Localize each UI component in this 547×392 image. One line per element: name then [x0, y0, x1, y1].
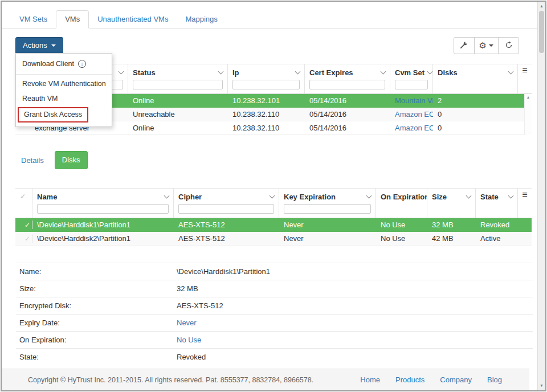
cvm-set-link[interactable]: Mountain View	[395, 96, 433, 105]
page-footer: Copyright © HyTrust Inc. 2011-2015. All …	[2, 369, 529, 390]
menu-item-download-client[interactable]: Download Client ↓	[16, 55, 112, 72]
hamburger-icon: ≡	[522, 190, 527, 200]
on-expiration-link[interactable]: No Use	[177, 336, 201, 344]
disk-on-expiration-cell: No Use	[376, 234, 427, 243]
tab-unauthenticated-vms[interactable]: Unauthenticated VMs	[89, 11, 177, 28]
column-label: Name	[37, 193, 57, 201]
vm-column-disks[interactable]: Disks	[433, 64, 518, 93]
sort-chevron-icon[interactable]	[508, 69, 514, 75]
vm-cert-expires-cell: 05/14/2016	[305, 110, 390, 119]
sort-chevron-icon[interactable]	[381, 69, 386, 75]
vm-column-cert-expires[interactable]: Cert Expires	[305, 64, 390, 93]
gear-button[interactable]: ⚙	[474, 37, 499, 54]
detail-label: Encrypted Disk:	[16, 301, 177, 310]
disk-cipher-cell: AES-XTS-512	[174, 234, 279, 243]
scroll-up-icon[interactable]: ▴	[527, 95, 529, 100]
detail-row-encrypted-disk: Encrypted Disk: AES-XTS-512	[16, 297, 533, 314]
disk-size-cell: 32 MB	[427, 220, 476, 229]
sort-chevron-icon[interactable]	[466, 193, 472, 199]
filter-input-ip[interactable]	[232, 80, 300, 89]
sort-chevron-icon[interactable]	[164, 193, 170, 199]
detail-row-expiry-date: Expiry Date: Never	[16, 314, 533, 331]
vm-ip-cell: 10.238.32.110	[228, 110, 305, 119]
cvm-set-link[interactable]: Amazon EC2	[395, 110, 433, 119]
subtab-disks[interactable]: Disks	[55, 151, 88, 169]
footer-link-products[interactable]: Products	[395, 375, 424, 384]
vm-table-scrollbar[interactable]: ▴	[524, 94, 532, 135]
disk-column-on-expiration[interactable]: On Expiration	[376, 189, 427, 218]
detail-value: \Device\Harddisk1\Partition1	[177, 267, 270, 276]
column-label: Size	[432, 193, 447, 201]
vm-disks-cell: 2	[433, 96, 525, 105]
vm-cvm-set-cell: Mountain View	[390, 96, 433, 105]
refresh-button[interactable]	[498, 37, 519, 54]
sort-chevron-icon[interactable]	[295, 69, 301, 75]
disk-on-expiration-cell: No Use	[376, 220, 427, 229]
column-label: Key Expiration	[284, 193, 336, 201]
footer-link-home[interactable]: Home	[360, 375, 380, 384]
disk-column-cipher[interactable]: Cipher	[174, 189, 279, 218]
footer-link-company[interactable]: Company	[440, 375, 472, 384]
vm-column-ip[interactable]: Ip	[228, 64, 305, 93]
vm-cert-expires-cell: 05/14/2016	[305, 124, 390, 132]
disk-table: ✓ Name Cipher Key Expiration On Expirati…	[15, 188, 532, 246]
scrollbar-thumb[interactable]	[539, 11, 544, 53]
check-icon[interactable]: ✓	[20, 235, 30, 243]
download-icon: ↓	[78, 60, 86, 68]
filter-input-cvm-set[interactable]	[395, 80, 428, 89]
filter-input-key-expiration[interactable]	[284, 204, 371, 214]
sort-chevron-icon[interactable]	[366, 193, 372, 199]
footer-link-blog[interactable]: Blog	[487, 375, 502, 384]
subtab-details[interactable]: Details	[15, 153, 50, 168]
disk-cipher-cell: AES-XTS-512	[174, 220, 279, 229]
disk-key-expiration-cell: Never	[279, 220, 376, 229]
grant-disk-access-highlight: Grant Disk Access	[18, 107, 88, 122]
check-icon[interactable]: ✓	[20, 221, 30, 229]
disk-columns-menu-button[interactable]: ≡	[518, 189, 532, 218]
cvm-set-link[interactable]: Amazon EC2	[395, 124, 433, 132]
tab-vm-sets[interactable]: VM Sets	[11, 11, 56, 28]
vm-cvm-set-cell: Amazon EC2	[390, 124, 433, 132]
main-tabs: VM Sets VMs Unauthenticated VMs Mappings	[2, 2, 537, 28]
filter-input-status[interactable]	[133, 80, 223, 89]
tab-vms[interactable]: VMs	[56, 10, 89, 28]
disk-row[interactable]: ✓ \Device\Harddisk2\Partition1 AES-XTS-5…	[15, 232, 532, 246]
disk-column-name[interactable]: Name	[32, 189, 174, 218]
vm-status-cell: Unreachable	[128, 110, 228, 119]
scroll-up-arrow[interactable]: ▲	[538, 2, 545, 10]
sort-chevron-icon[interactable]	[270, 193, 275, 199]
detail-value: AES-XTS-512	[177, 301, 223, 310]
filter-input-cipher[interactable]	[178, 204, 274, 214]
sort-chevron-icon[interactable]	[119, 69, 124, 75]
sort-chevron-icon[interactable]	[427, 69, 433, 75]
vm-column-cvm-set[interactable]: Cvm Set	[390, 64, 433, 93]
sort-chevron-icon[interactable]	[218, 69, 224, 75]
disk-row-selected[interactable]: ✓ \Device\Harddisk1\Partition1 AES-XTS-5…	[15, 218, 532, 232]
vm-columns-menu-button[interactable]: ≡	[518, 64, 532, 93]
expiry-date-link[interactable]: Never	[177, 318, 197, 327]
disk-column-select-all[interactable]: ✓	[15, 189, 32, 218]
menu-item-grant-disk-access[interactable]: Grant Disk Access	[16, 106, 112, 125]
menu-item-reauth-vm[interactable]: Reauth VM	[16, 91, 112, 106]
vm-status-cell: Online	[128, 96, 228, 105]
disk-column-size[interactable]: Size	[427, 189, 476, 218]
page-scrollbar[interactable]: ▲ ▼	[537, 2, 545, 390]
wrench-button[interactable]	[454, 37, 475, 54]
menu-item-revoke-vm-authentication[interactable]: Revoke VM Authentication	[16, 76, 112, 91]
sort-chevron-icon[interactable]	[508, 193, 514, 199]
vm-column-status[interactable]: Status	[128, 64, 228, 93]
disk-column-key-expiration[interactable]: Key Expiration	[279, 189, 376, 218]
filter-input-disk-name[interactable]	[37, 204, 169, 214]
hamburger-icon: ≡	[522, 66, 527, 76]
detail-label: On Expiration:	[16, 336, 177, 344]
vm-ip-cell: 10.238.32.101	[228, 96, 305, 105]
column-label: Disks	[438, 68, 458, 77]
actions-button[interactable]: Actions	[15, 37, 63, 54]
tab-mappings[interactable]: Mappings	[177, 11, 226, 28]
scroll-down-arrow[interactable]: ▼	[538, 382, 545, 390]
detail-subtabs: Details Disks	[15, 151, 537, 169]
disk-column-state[interactable]: State	[476, 189, 518, 218]
vm-ip-cell: 10.238.32.110	[228, 124, 305, 132]
filter-input-cert-expires[interactable]	[309, 80, 385, 89]
vm-disks-cell: 0	[433, 110, 525, 119]
